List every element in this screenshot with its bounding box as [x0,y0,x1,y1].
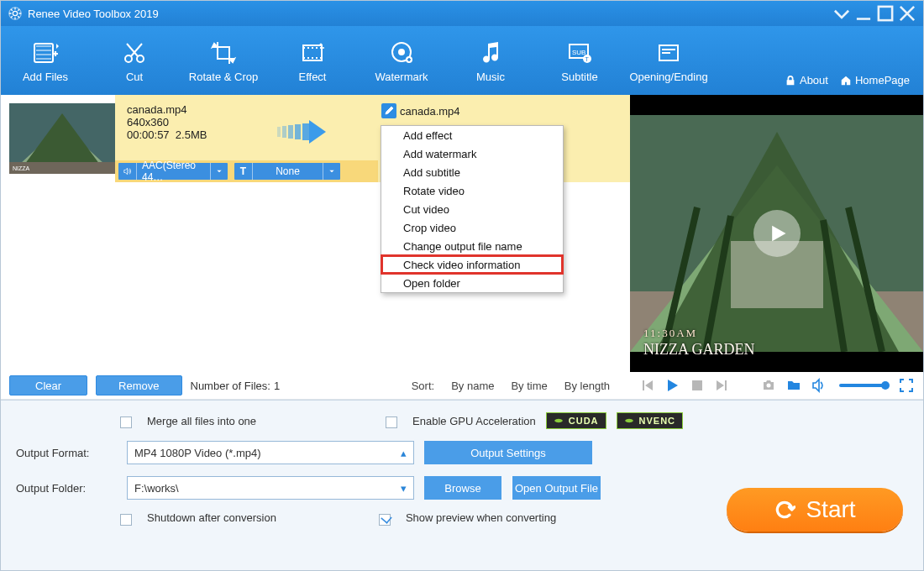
bottom-panel: Merge all files into one Enable GPU Acce… [1,400,923,570]
menu-item-crop-video[interactable]: Crop video [381,218,563,237]
svg-point-38 [767,384,771,388]
menu-item-rotate-video[interactable]: Rotate video [381,181,563,200]
preview-time-caption: 11:30AM [643,327,697,340]
remove-button[interactable]: Remove [96,375,181,396]
output-settings-button[interactable]: Output Settings [424,441,592,464]
subtitle-chip-letter: T [234,163,253,180]
file-list: NIZZA canada.mp4 640x360 00:00:57 2.5MB … [1,95,630,400]
subtitle-track-chip[interactable]: T None [234,163,340,180]
gpu-label: Enable GPU Acceleration [412,415,536,427]
cut-button[interactable]: Cut [90,26,179,95]
chips-strip: AAC(Stereo 44… T None [115,160,378,182]
cuda-badge: CUDA [546,412,606,429]
merge-label: Merge all files into one [147,415,256,427]
merge-checkbox[interactable] [120,416,132,428]
output-format-combo[interactable]: MP4 1080P Video (*.mp4) ▴ [127,441,414,464]
tool-label: Rotate & Crop [189,71,258,83]
menu-item-add-watermark[interactable]: Add watermark [381,144,563,163]
sort-label: Sort: [412,380,434,392]
content-area: NIZZA canada.mp4 640x360 00:00:57 2.5MB … [1,95,923,400]
preview-place-caption: NIZZA GARDEN [643,341,755,359]
output-format-label: Output Format: [16,447,117,459]
menu-item-change-output-name[interactable]: Change output file name [381,237,563,255]
tool-label: Cut [126,71,143,83]
output-format-value: MP4 1080P Video (*.mp4) [134,447,261,459]
shutdown-checkbox[interactable] [120,514,132,526]
volume-icon[interactable] [811,377,827,394]
open-output-file-button[interactable]: Open Output File [512,476,601,500]
svg-marker-27 [309,120,326,144]
menu-dropdown-icon[interactable] [831,3,853,24]
svg-rect-25 [295,124,301,139]
subtitle-icon: SUBT [565,39,594,67]
next-button[interactable] [714,377,731,394]
watermark-icon [387,39,416,67]
effect-button[interactable]: Effect [268,26,357,95]
snapshot-button[interactable] [760,377,777,394]
menu-item-add-effect[interactable]: Add effect [381,126,563,144]
svg-rect-24 [288,125,293,139]
stop-button[interactable] [689,377,706,394]
subtitle-button[interactable]: SUBT Subtitle [535,26,624,95]
app-logo-icon [8,6,23,21]
lock-icon [785,75,796,86]
clear-button[interactable]: Clear [9,375,87,396]
minimize-button[interactable] [853,3,874,24]
menu-item-add-subtitle[interactable]: Add subtitle [381,163,563,181]
svg-point-10 [399,50,404,55]
menu-item-cut-video[interactable]: Cut video [381,200,563,218]
opening-ending-button[interactable]: Opening/Ending [624,26,713,95]
music-button[interactable]: Music [446,26,535,95]
video-preview[interactable]: 11:30AM NIZZA GARDEN [630,95,923,372]
preview-panel: 11:30AM NIZZA GARDEN [630,95,923,400]
tool-label: Add Files [23,71,68,83]
edit-icon[interactable] [381,103,396,118]
homepage-label: HomePage [855,74,910,86]
open-folder-button[interactable] [785,377,802,394]
sort-by-time[interactable]: By time [511,380,547,392]
show-preview-checkbox[interactable] [379,514,391,526]
home-icon [840,75,852,86]
main-toolbar: Add Files Cut Rotate & Crop Effect Water… [1,26,923,95]
sort-by-length[interactable]: By length [564,380,610,392]
list-bar: Clear Remove Number of Files: 1 Sort: By… [1,372,630,399]
volume-slider[interactable] [839,384,886,387]
homepage-link[interactable]: HomePage [840,74,910,86]
output-folder-label: Output Folder: [16,482,117,495]
menu-item-check-video-information[interactable]: Check video information [381,255,563,274]
svg-point-0 [13,11,17,15]
file-name: canada.mp4 [127,103,378,116]
add-files-button[interactable]: Add Files [1,26,90,95]
browse-button[interactable]: Browse [424,476,501,500]
tool-label: Opening/Ending [629,71,707,83]
nvidia-eye-icon [624,416,634,426]
audio-track-chip[interactable]: AAC(Stereo 44… [118,163,228,180]
file-dimensions: 640x360 [127,116,378,128]
fullscreen-button[interactable] [898,377,915,394]
close-button[interactable] [896,3,918,24]
app-title: Renee Video Toolbox 2019 [28,8,159,20]
effect-icon [298,39,327,67]
play-button[interactable] [664,377,680,394]
about-link[interactable]: About [785,74,828,86]
maximize-button[interactable] [874,3,896,24]
prev-button[interactable] [638,377,655,394]
svg-text:T: T [585,56,590,62]
start-button[interactable]: Start [727,488,903,532]
nvidia-eye-icon [554,416,564,426]
title-card-icon [654,39,683,67]
gpu-checkbox[interactable] [386,416,397,428]
file-count-label: Number of Files: [191,380,270,392]
watermark-button[interactable]: Watermark [357,26,446,95]
nvenc-badge: NVENC [617,412,684,429]
output-folder-combo[interactable]: F:\works\ ▾ [127,476,414,500]
rotate-crop-button[interactable]: Rotate & Crop [179,26,268,95]
menu-item-open-folder[interactable]: Open folder [381,274,563,292]
svg-point-5 [137,55,144,62]
title-bar: Renee Video Toolbox 2019 [1,1,923,26]
sort-by-name[interactable]: By name [451,380,494,392]
play-overlay-icon[interactable] [753,210,801,257]
chevron-down-icon: ▾ [401,482,407,495]
subtitle-chip-text: None [253,163,323,180]
svg-point-8 [323,47,324,49]
